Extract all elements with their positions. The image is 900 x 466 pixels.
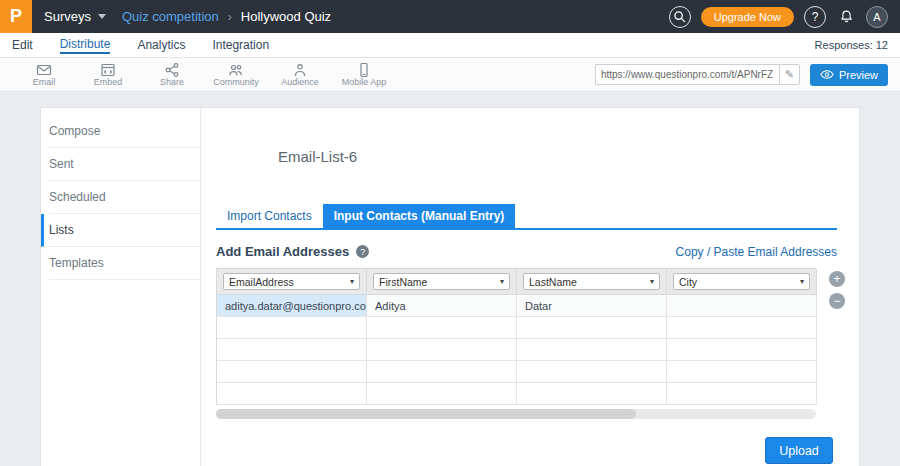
upload-row: Upload bbox=[216, 437, 837, 466]
table-cell-firstname[interactable]: Aditya bbox=[367, 295, 517, 317]
sidebar-item-compose[interactable]: Compose bbox=[49, 115, 200, 148]
search-icon bbox=[673, 10, 686, 23]
table-cell-city[interactable] bbox=[667, 383, 817, 405]
eye-icon bbox=[820, 69, 834, 80]
channel-audience[interactable]: Audience bbox=[268, 62, 332, 87]
tab-import-contacts[interactable]: Import Contacts bbox=[216, 204, 323, 228]
top-bar: P Surveys Quiz competition › Hollywood Q… bbox=[0, 0, 900, 33]
search-button[interactable] bbox=[669, 6, 691, 28]
scrollbar-thumb[interactable] bbox=[216, 409, 636, 419]
tab-input-contacts-manual[interactable]: Input Contacts (Manual Entry) bbox=[323, 204, 516, 228]
table-cell-email[interactable]: aditya.datar@questionpro.com bbox=[217, 295, 367, 317]
sidebar-item-sent[interactable]: Sent bbox=[49, 148, 200, 181]
column-select-value: City bbox=[679, 276, 697, 288]
survey-url-group: ✎ bbox=[595, 64, 800, 85]
lastname-column-select[interactable]: LastName bbox=[523, 273, 660, 290]
chevron-down-icon bbox=[98, 14, 106, 19]
add-row-button[interactable]: + bbox=[829, 271, 845, 287]
breadcrumb-current-page: Hollywood Quiz bbox=[241, 9, 331, 24]
table-cell-firstname[interactable] bbox=[367, 317, 517, 339]
contacts-table-area: EmailAddress FirstName LastName bbox=[216, 268, 816, 419]
mobile-app-icon bbox=[356, 62, 372, 78]
email-panel: Compose Sent Scheduled Lists Templates E… bbox=[40, 107, 860, 466]
table-header-cell: LastName bbox=[517, 269, 667, 295]
channel-embed[interactable]: Embed bbox=[76, 62, 140, 87]
breadcrumb: Quiz competition › Hollywood Quiz bbox=[122, 9, 331, 24]
preview-button[interactable]: Preview bbox=[810, 64, 888, 86]
channel-label: Community bbox=[213, 77, 259, 87]
questionpro-logo[interactable]: P bbox=[0, 0, 32, 33]
sidebar-item-scheduled[interactable]: Scheduled bbox=[49, 181, 200, 214]
table-cell-city[interactable] bbox=[667, 361, 817, 383]
channel-label: Mobile App bbox=[342, 77, 387, 87]
table-cell-firstname[interactable] bbox=[367, 339, 517, 361]
user-avatar[interactable]: A bbox=[866, 6, 888, 28]
firstname-column-select[interactable]: FirstName bbox=[373, 273, 510, 290]
share-icon bbox=[164, 62, 180, 78]
column-select-value: LastName bbox=[529, 276, 577, 288]
contacts-tabs: Import Contacts Input Contacts (Manual E… bbox=[216, 204, 837, 230]
breadcrumb-survey-name[interactable]: Quiz competition bbox=[122, 9, 219, 24]
breadcrumb-separator: › bbox=[228, 10, 232, 24]
sidebar-item-templates[interactable]: Templates bbox=[49, 247, 200, 280]
horizontal-scrollbar[interactable] bbox=[216, 409, 816, 419]
city-column-select[interactable]: City bbox=[673, 273, 810, 290]
email-list-title: Email-List-6 bbox=[278, 148, 837, 165]
table-cell-city[interactable] bbox=[667, 339, 817, 361]
bell-icon bbox=[839, 9, 854, 24]
table-cell-lastname[interactable] bbox=[517, 383, 667, 405]
table-cell-email[interactable] bbox=[217, 339, 367, 361]
list-detail-main: Email-List-6 Import Contacts Input Conta… bbox=[201, 108, 859, 466]
channel-community[interactable]: Community bbox=[204, 62, 268, 87]
table-cell-lastname[interactable] bbox=[517, 339, 667, 361]
contacts-table: EmailAddress FirstName LastName bbox=[216, 268, 816, 405]
responses-count: Responses: 12 bbox=[815, 39, 888, 51]
channel-label: Share bbox=[160, 77, 184, 87]
channel-mobile-app[interactable]: Mobile App bbox=[332, 62, 396, 87]
help-tooltip-icon[interactable]: ? bbox=[356, 245, 369, 258]
column-select-value: EmailAddress bbox=[229, 276, 294, 288]
channel-share[interactable]: Share bbox=[140, 62, 204, 87]
add-email-addresses-title: Add Email Addresses bbox=[216, 244, 349, 259]
email-sidebar: Compose Sent Scheduled Lists Templates bbox=[41, 108, 201, 466]
table-header-cell: EmailAddress bbox=[217, 269, 367, 295]
preview-label: Preview bbox=[839, 69, 878, 81]
table-cell-city[interactable] bbox=[667, 317, 817, 339]
table-cell-lastname[interactable]: Datar bbox=[517, 295, 667, 317]
table-cell-lastname[interactable] bbox=[517, 361, 667, 383]
edit-url-pencil-icon[interactable]: ✎ bbox=[779, 64, 800, 85]
table-cell-lastname[interactable] bbox=[517, 317, 667, 339]
help-button[interactable]: ? bbox=[804, 6, 826, 28]
table-cell-email[interactable] bbox=[217, 317, 367, 339]
community-icon bbox=[228, 62, 244, 78]
tab-analytics[interactable]: Analytics bbox=[137, 38, 185, 53]
tab-distribute[interactable]: Distribute bbox=[60, 37, 111, 54]
channel-email[interactable]: Email bbox=[12, 62, 76, 87]
upload-button-wrap: Upload bbox=[761, 437, 837, 466]
app-screen: P Surveys Quiz competition › Hollywood Q… bbox=[0, 0, 900, 466]
table-header-cell: City bbox=[667, 269, 817, 295]
table-cell-email[interactable] bbox=[217, 383, 367, 405]
sidebar-item-lists[interactable]: Lists bbox=[41, 214, 200, 247]
table-cell-firstname[interactable] bbox=[367, 361, 517, 383]
table-header-cell: FirstName bbox=[367, 269, 517, 295]
upgrade-now-button[interactable]: Upgrade Now bbox=[701, 7, 794, 27]
table-cell-firstname[interactable] bbox=[367, 383, 517, 405]
survey-url-input[interactable] bbox=[595, 64, 779, 85]
tab-edit[interactable]: Edit bbox=[12, 38, 33, 53]
channel-label: Email bbox=[33, 77, 56, 87]
remove-row-button[interactable]: − bbox=[829, 293, 845, 309]
copy-paste-email-addresses-link[interactable]: Copy / Paste Email Addresses bbox=[676, 245, 837, 259]
table-cell-city[interactable] bbox=[667, 295, 817, 317]
channel-label: Audience bbox=[281, 77, 319, 87]
distribute-toolbar: Email Embed Share Community bbox=[0, 58, 900, 92]
audience-icon bbox=[292, 62, 308, 78]
notifications-button[interactable] bbox=[836, 7, 856, 27]
emailaddress-column-select[interactable]: EmailAddress bbox=[223, 273, 360, 290]
survey-menu-bar: Edit Distribute Analytics Integration Re… bbox=[0, 33, 900, 58]
surveys-product-menu[interactable]: Surveys bbox=[32, 0, 122, 33]
topbar-actions: Upgrade Now ? A bbox=[669, 6, 900, 28]
table-cell-email[interactable] bbox=[217, 361, 367, 383]
upload-button[interactable]: Upload bbox=[765, 437, 833, 464]
tab-integration[interactable]: Integration bbox=[212, 38, 269, 53]
